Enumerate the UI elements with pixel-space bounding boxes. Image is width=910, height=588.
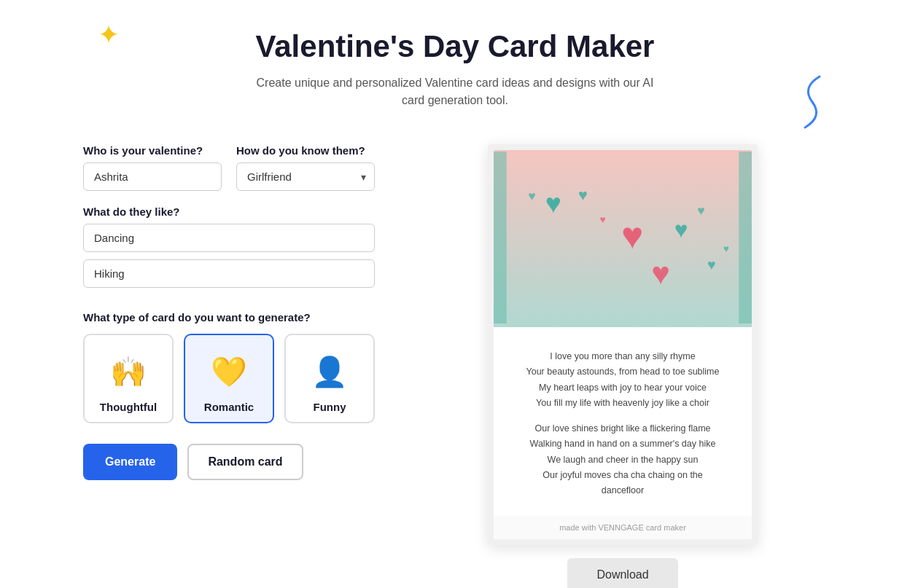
card-outer: ♥ ♥ ♥ ♥ ♥ ♥ ♥ ♥ — [488, 144, 758, 545]
svg-text:♥: ♥ — [578, 186, 588, 204]
card-type-funny[interactable]: 👤 Funny — [284, 334, 375, 423]
svg-rect-2 — [739, 152, 752, 324]
relation-group: How do you know them? Girlfriend Boyfrie… — [236, 144, 375, 191]
poem-line-1-1: I love you more than any silly rhyme — [550, 351, 695, 361]
page-header: Valentine's Day Card Maker Create unique… — [83, 22, 827, 109]
poem-line-2-3: We laugh and cheer in the happy sun — [548, 455, 699, 465]
card-bottom: I love you more than any silly rhyme You… — [494, 325, 752, 516]
funny-icon: 👤 — [306, 348, 353, 395]
card-type-thoughtful[interactable]: 🙌 Thoughtful — [83, 334, 174, 423]
svg-rect-1 — [494, 152, 507, 324]
svg-text:♥: ♥ — [707, 256, 716, 273]
form-panel: Who is your valentine? How do you know t… — [83, 144, 375, 480]
relation-label: How do you know them? — [236, 144, 375, 157]
svg-text:♥: ♥ — [600, 214, 606, 225]
valentine-label: Who is your valentine? — [83, 144, 222, 157]
poem-line-1-2: Your beauty astounds, from head to toe s… — [526, 366, 720, 377]
card-type-romantic[interactable]: 💛 Romantic — [184, 334, 274, 423]
romantic-icon: 💛 — [206, 348, 252, 395]
poem-line-2-4: Our joyful moves cha cha chaing on the d… — [542, 470, 703, 495]
card-preview-panel: ♥ ♥ ♥ ♥ ♥ ♥ ♥ ♥ — [419, 144, 827, 588]
svg-text:♥: ♥ — [545, 188, 561, 219]
random-button[interactable]: Random card — [187, 444, 303, 480]
card-watermark: made with VENNGAGE card maker — [494, 516, 752, 539]
svg-text:♥: ♥ — [621, 215, 643, 256]
card-type-section: What type of card do you want to generat… — [83, 311, 375, 423]
funny-label: Funny — [314, 401, 346, 413]
svg-text:♥: ♥ — [651, 256, 670, 291]
download-button[interactable]: Download — [567, 558, 677, 588]
likes-section: What do they like? — [83, 205, 375, 302]
card-inner: ♥ ♥ ♥ ♥ ♥ ♥ ♥ ♥ — [494, 150, 752, 539]
watermark-text: made with VENNGAGE card maker — [559, 523, 686, 532]
poem-line-1-4: You fill my life with heavenly joy like … — [536, 398, 709, 408]
generate-button[interactable]: Generate — [83, 444, 177, 480]
card-type-label: What type of card do you want to generat… — [83, 311, 375, 324]
valentine-input[interactable] — [83, 162, 222, 191]
poem-line-2-1: Our love shines bright like a flickering… — [534, 423, 710, 434]
svg-text:♥: ♥ — [528, 189, 536, 203]
page-subtitle: Create unique and personalized Valentine… — [244, 74, 666, 109]
svg-text:♥: ♥ — [697, 203, 705, 218]
poem-line-2-2: Walking hand in hand on a summer's day h… — [530, 439, 716, 449]
thoughtful-icon: 🙌 — [105, 348, 152, 395]
likes-input-1[interactable] — [83, 224, 375, 252]
svg-text:♥: ♥ — [723, 243, 729, 254]
romantic-label: Romantic — [204, 401, 254, 413]
likes-label: What do they like? — [83, 205, 375, 218]
likes-input-2[interactable] — [83, 259, 375, 288]
poem-line-1-3: My heart leaps with joy to hear your voi… — [539, 383, 707, 393]
valentine-group: Who is your valentine? — [83, 144, 222, 191]
decorative-swish-icon — [798, 73, 827, 131]
card-poem: I love you more than any silly rhyme You… — [523, 349, 723, 498]
relation-select[interactable]: Girlfriend Boyfriend Partner Spouse Crus… — [236, 162, 375, 191]
page-title: Valentine's Day Card Maker — [83, 29, 827, 64]
thoughtful-label: Thoughtful — [100, 401, 157, 413]
action-buttons: Generate Random card — [83, 444, 375, 480]
decorative-star-icon: ✦ — [98, 22, 120, 48]
svg-text:♥: ♥ — [674, 217, 688, 243]
card-top: ♥ ♥ ♥ ♥ ♥ ♥ ♥ ♥ — [494, 150, 752, 325]
